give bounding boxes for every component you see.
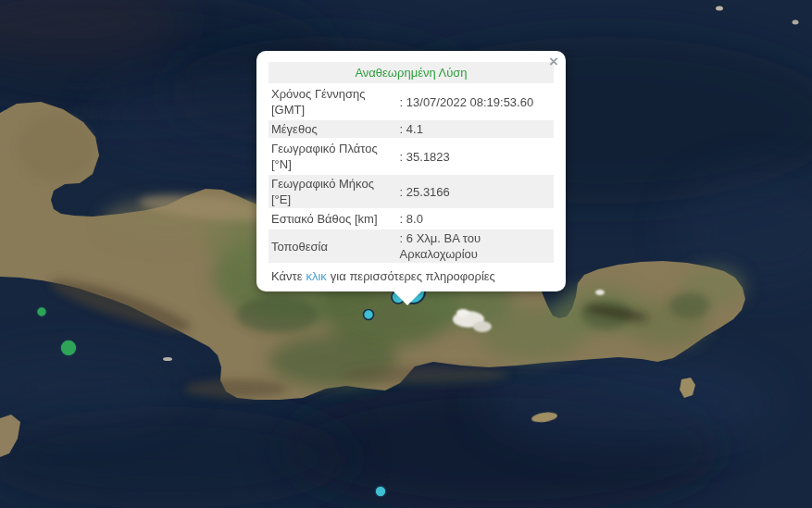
map-view: × Αναθεωρημένη Λύση Χρόνος Γέννησης [GMT…	[0, 0, 812, 508]
footer-text-prefix: Κάντε	[271, 269, 302, 283]
field-value-location: : 6 Χλμ. ΒΑ του Αρκαλοχωρίου	[397, 229, 554, 263]
popup-footer: Κάντεκλικγια περισσότερες πληροφορίες	[269, 268, 554, 284]
footer-text-suffix: για περισσότερες πληροφορίες	[331, 269, 495, 283]
earthquake-marker[interactable]	[375, 486, 386, 497]
field-value-depth: : 8.0	[397, 210, 554, 228]
event-details-table: Αναθεωρημένη Λύση Χρόνος Γέννησης [GMT] …	[269, 60, 554, 265]
earthquake-popup: × Αναθεωρημένη Λύση Χρόνος Γέννησης [GMT…	[256, 51, 566, 291]
popup-title: Αναθεωρημένη Λύση	[269, 62, 554, 83]
field-value-longitude: : 25.3166	[397, 175, 554, 208]
field-label-origin-time: Χρόνος Γέννησης [GMT]	[269, 85, 397, 118]
popup-tail	[393, 291, 422, 305]
field-value-origin-time: : 13/07/2022 08:19:53.60	[397, 85, 554, 118]
earthquake-marker[interactable]	[60, 340, 77, 356]
field-value-magnitude: : 4.1	[397, 120, 554, 138]
earthquake-marker[interactable]	[364, 310, 374, 320]
more-info-link[interactable]: κλικ	[306, 269, 326, 283]
earthquake-marker[interactable]	[37, 307, 47, 317]
field-label-location: Τοποθεσία	[269, 229, 397, 263]
field-label-magnitude: Μέγεθος	[269, 120, 397, 138]
field-value-latitude: : 35.1823	[397, 140, 554, 173]
field-label-longitude: Γεωγραφικό Μήκος [°E]	[269, 175, 397, 208]
field-label-depth: Εστιακό Βάθος [km]	[269, 210, 397, 228]
field-label-latitude: Γεωγραφικό Πλάτος [°N]	[269, 140, 397, 173]
close-icon[interactable]: ×	[549, 54, 558, 69]
